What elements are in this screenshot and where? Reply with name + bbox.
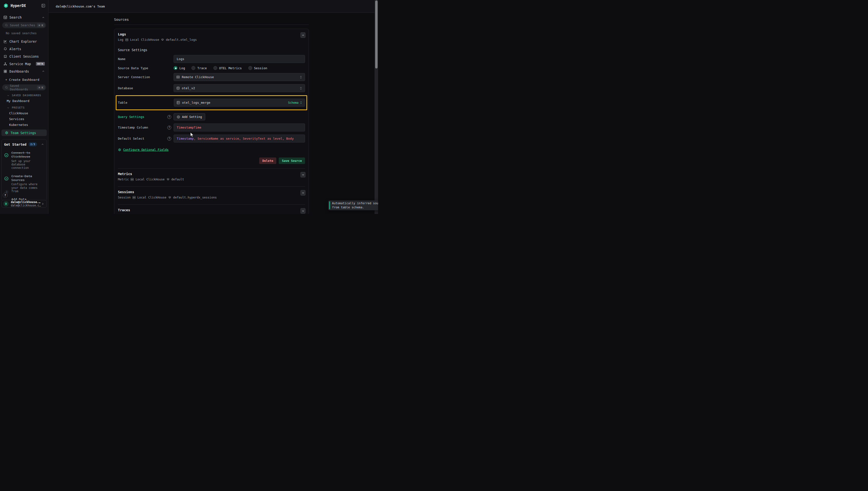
sessions-section: Sessions Session Local ClickHouse defaul…	[114, 187, 309, 199]
sidebar-item-dashboards[interactable]: Dashboards	[0, 67, 48, 75]
expand-metrics-button[interactable]	[300, 172, 305, 177]
configure-optional-fields-link[interactable]: Configure Optional Fields	[123, 148, 169, 151]
timestamp-column-input[interactable]: TimestampTime	[174, 123, 305, 132]
chevron-up-icon[interactable]	[41, 143, 44, 146]
main-area: dale@clickhouse.com's Team Sources Logs …	[49, 0, 378, 214]
database-icon	[176, 86, 180, 90]
logs-section: Logs Log Local ClickHouse default.otel_l…	[114, 29, 309, 41]
help-icon[interactable]: ?	[167, 137, 171, 141]
radio-selected-icon	[174, 66, 177, 70]
page-title: Sources	[114, 13, 309, 22]
database-row: Database otel_v2	[114, 84, 309, 92]
chevron-up-icon[interactable]	[42, 16, 45, 19]
collapse-logs-button[interactable]	[300, 32, 305, 38]
chevron-down-icon	[302, 173, 304, 176]
radio-trace[interactable]: Trace	[191, 66, 207, 70]
server-icon	[132, 196, 136, 199]
sidebar-item-kubernetes[interactable]: Kubernetes	[0, 121, 48, 126]
get-started-step-connect[interactable]: Connect to ClickHouse Set up your databa…	[4, 151, 44, 170]
app-title: HyperDX	[10, 4, 41, 8]
sidebar-item-client-sessions[interactable]: Client Sessions	[0, 53, 48, 60]
table-row: Table otel_logs_merge Schema	[116, 98, 306, 107]
radio-icon	[213, 66, 217, 70]
sidebar-item-clickhouse[interactable]: ClickHouse	[0, 109, 48, 115]
topbar: dale@clickhouse.com's Team	[49, 0, 378, 13]
radio-icon	[191, 66, 195, 70]
sidebar-item-services[interactable]: Services	[0, 115, 48, 121]
sidebar-item-search[interactable]: Search	[0, 16, 48, 19]
sidebar-item-team-settings[interactable]: Team Settings	[1, 129, 47, 136]
schema-button[interactable]: Schema	[288, 101, 299, 105]
server-connection-row: Server Connection Remote ClickHouse	[114, 73, 309, 81]
help-button[interactable]: ?	[3, 193, 8, 198]
divider	[114, 25, 309, 25]
saved-dashboards-input[interactable]: Saved Dashboards ⌘ K	[2, 84, 46, 90]
server-icon	[176, 75, 180, 79]
chevron-down-icon	[302, 209, 304, 212]
user-menu[interactable]: D dale@clickhouse.… dale@clickhouse.c…	[1, 200, 47, 208]
scrollbar-track[interactable]	[375, 0, 378, 214]
collapse-sidebar-icon[interactable]	[41, 4, 45, 8]
help-cluster: 3 ?	[3, 190, 12, 199]
sidebar-item-my-dashboard[interactable]: My Dashboard	[0, 97, 48, 103]
gear-icon	[118, 148, 121, 151]
sources-card: Logs Log Local ClickHouse default.otel_l…	[114, 29, 309, 214]
expand-sessions-button[interactable]	[300, 190, 305, 196]
saved-dashboards-header[interactable]: SAVED DASHBOARDS	[0, 90, 48, 97]
plus-circle-icon	[177, 115, 180, 119]
sidebar-nav: Chart Explorer Alerts Client Sessions Se…	[0, 38, 48, 75]
optional-fields-row: Configure Optional Fields	[114, 148, 309, 151]
select-caret-icon	[300, 101, 302, 104]
sidebar-item-alerts[interactable]: Alerts	[0, 45, 48, 53]
radio-session[interactable]: Session	[248, 66, 267, 70]
progress-badge: 2/3	[28, 142, 37, 146]
toast-message: Automatically inferred source configurat…	[332, 201, 378, 209]
layers-icon	[167, 178, 170, 181]
search-icon	[5, 86, 8, 89]
expand-traces-button[interactable]	[300, 208, 305, 214]
logs-title: Logs	[118, 32, 305, 36]
database-select[interactable]: otel_v2	[174, 84, 305, 92]
chevron-up-icon[interactable]	[42, 70, 45, 73]
server-connection-select[interactable]: Remote ClickHouse	[174, 73, 305, 81]
toast-notification: Automatically inferred source configurat…	[328, 200, 378, 210]
check-circle-icon	[4, 176, 9, 181]
select-caret-icon	[299, 76, 302, 79]
layers-icon	[167, 214, 170, 214]
sidebar-item-service-map[interactable]: Service Map BETA	[0, 60, 48, 67]
presets-header[interactable]: PRESETS	[0, 103, 48, 109]
timestamp-column-row: Timestamp Column ? TimestampTime	[114, 123, 309, 132]
laptop-icon	[3, 55, 7, 58]
saved-searches-input[interactable]: Saved Searches ⌘ K	[2, 22, 46, 28]
table-icon	[3, 16, 7, 19]
table-select[interactable]: otel_logs_merge Schema	[174, 98, 305, 107]
kbd-shortcut: ⌘ K	[37, 23, 45, 27]
help-icon[interactable]: ?	[167, 126, 171, 129]
metrics-subtitle: Metric Local ClickHouse default	[118, 177, 305, 181]
query-settings-row: Query Settings ? Add Setting	[114, 113, 309, 120]
help-icon[interactable]: ?	[167, 115, 171, 119]
radio-icon	[248, 66, 252, 70]
network-icon	[3, 62, 7, 66]
server-icon	[125, 38, 128, 41]
sidebar-item-chart-explorer[interactable]: Chart Explorer	[0, 38, 48, 45]
radio-log[interactable]: Log	[174, 66, 185, 70]
name-row: Name Logs	[114, 55, 309, 63]
default-select-input[interactable]: Timestamp, ServiceName as service, Sever…	[174, 135, 305, 143]
save-source-button[interactable]: Save Source	[279, 157, 305, 164]
delete-button[interactable]: Delete	[259, 157, 276, 164]
sessions-subtitle: Session Local ClickHouse default.hyperdx…	[118, 196, 305, 199]
layers-icon	[168, 196, 172, 199]
add-setting-button[interactable]: Add Setting	[174, 113, 205, 120]
default-select-row: Default Select ? Timestamp, ServiceName …	[114, 135, 309, 143]
form-actions: Delete Save Source	[114, 157, 309, 164]
sidebar: HyperDX Search Saved Searches ⌘ K No sav…	[0, 0, 49, 214]
no-saved-searches-text: No saved searches	[0, 28, 48, 35]
chevron-down-icon	[7, 94, 10, 97]
create-dashboard-button[interactable]: + Create Dashboard	[0, 75, 48, 82]
name-input[interactable]: Logs	[174, 55, 305, 63]
radio-otel-metrics[interactable]: OTEL Metrics	[213, 66, 242, 70]
search-icon	[5, 24, 8, 27]
scrollbar-thumb[interactable]	[375, 0, 378, 68]
source-data-type-row: Source Data Type Log Trace	[114, 66, 309, 70]
